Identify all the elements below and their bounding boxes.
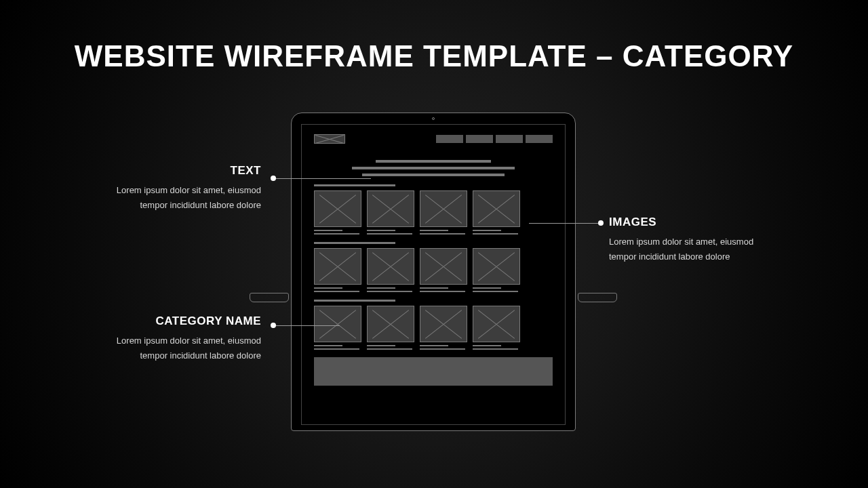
caption-placeholder bbox=[420, 287, 467, 294]
image-placeholder bbox=[420, 248, 467, 285]
wireframe-header bbox=[314, 134, 553, 144]
wireframe-screen bbox=[301, 124, 566, 425]
caption-placeholder bbox=[473, 230, 520, 237]
slide-title: WEBSITE WIREFRAME TEMPLATE – CATEGORY bbox=[0, 39, 868, 73]
image-placeholder bbox=[473, 248, 520, 285]
callout-category: CATEGORY NAME Lorem ipsum dolor sit amet… bbox=[88, 314, 261, 363]
footer-placeholder bbox=[314, 357, 553, 386]
caption-placeholder bbox=[314, 230, 361, 237]
logo-placeholder bbox=[314, 134, 345, 144]
image-placeholder bbox=[314, 306, 361, 342]
image-placeholder bbox=[314, 190, 361, 227]
image-placeholder bbox=[473, 306, 520, 342]
nav-item-placeholder bbox=[496, 135, 523, 143]
nav-item-placeholder bbox=[436, 135, 463, 143]
callout-dot bbox=[271, 323, 276, 328]
caption-placeholder bbox=[420, 345, 467, 352]
caption-placeholder bbox=[314, 345, 361, 352]
laptop-mockup bbox=[267, 113, 599, 431]
category-row bbox=[314, 242, 553, 294]
callout-connector bbox=[529, 223, 598, 224]
category-row bbox=[314, 300, 553, 352]
laptop-base-right bbox=[578, 293, 617, 302]
intro-text-placeholder bbox=[314, 160, 553, 176]
nav-placeholder bbox=[436, 135, 553, 143]
category-grid bbox=[314, 184, 553, 352]
callout-images-heading: IMAGES bbox=[609, 216, 782, 229]
nav-item-placeholder bbox=[526, 135, 553, 143]
category-title-placeholder bbox=[314, 184, 395, 186]
callout-text: TEXT Lorem ipsum dolor sit amet, eiusmod… bbox=[88, 164, 261, 213]
category-title-placeholder bbox=[314, 300, 395, 302]
callout-text-body: Lorem ipsum dolor sit amet, eiusmod temp… bbox=[88, 183, 261, 213]
category-row bbox=[314, 184, 553, 237]
image-placeholder bbox=[420, 190, 467, 227]
image-placeholder bbox=[473, 190, 520, 227]
caption-placeholder bbox=[473, 345, 520, 352]
callout-connector bbox=[276, 178, 371, 179]
laptop-base-left bbox=[250, 293, 289, 302]
callout-images-body: Lorem ipsum dolor sit amet, eiusmod temp… bbox=[609, 235, 782, 264]
caption-placeholder bbox=[314, 287, 361, 294]
callout-text-heading: TEXT bbox=[88, 164, 261, 178]
caption-placeholder bbox=[367, 287, 414, 294]
callout-category-heading: CATEGORY NAME bbox=[88, 314, 261, 328]
nav-item-placeholder bbox=[466, 135, 493, 143]
image-placeholder bbox=[314, 248, 361, 285]
caption-placeholder bbox=[367, 345, 414, 352]
image-placeholder bbox=[367, 248, 414, 285]
image-placeholder bbox=[367, 306, 414, 342]
caption-placeholder bbox=[473, 287, 520, 294]
camera-icon bbox=[432, 117, 435, 120]
caption-placeholder bbox=[367, 230, 414, 237]
callout-dot bbox=[271, 176, 276, 181]
callout-connector bbox=[276, 325, 340, 326]
category-title-placeholder bbox=[314, 242, 395, 244]
image-placeholder bbox=[420, 306, 467, 342]
caption-placeholder bbox=[420, 230, 467, 237]
callout-images: IMAGES Lorem ipsum dolor sit amet, eiusm… bbox=[609, 216, 782, 264]
callout-dot bbox=[598, 220, 604, 226]
image-placeholder bbox=[367, 190, 414, 227]
callout-category-body: Lorem ipsum dolor sit amet, eiusmod temp… bbox=[88, 333, 261, 363]
laptop-body bbox=[291, 113, 576, 431]
